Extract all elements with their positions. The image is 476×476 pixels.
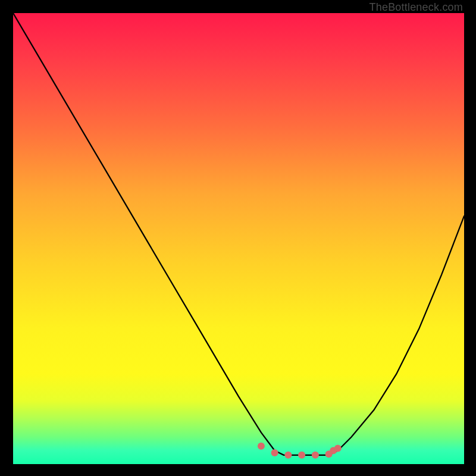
chart-svg bbox=[13, 13, 464, 464]
valley-dot bbox=[312, 452, 319, 459]
attribution-label: TheBottleneck.com bbox=[369, 1, 463, 14]
valley-dot bbox=[284, 452, 292, 459]
valley-dot bbox=[258, 443, 265, 450]
valley-dot bbox=[298, 452, 305, 459]
chart-background bbox=[13, 13, 464, 464]
valley-dot bbox=[271, 449, 278, 456]
valley-dot bbox=[334, 445, 342, 452]
bottleneck-curve bbox=[13, 13, 464, 455]
